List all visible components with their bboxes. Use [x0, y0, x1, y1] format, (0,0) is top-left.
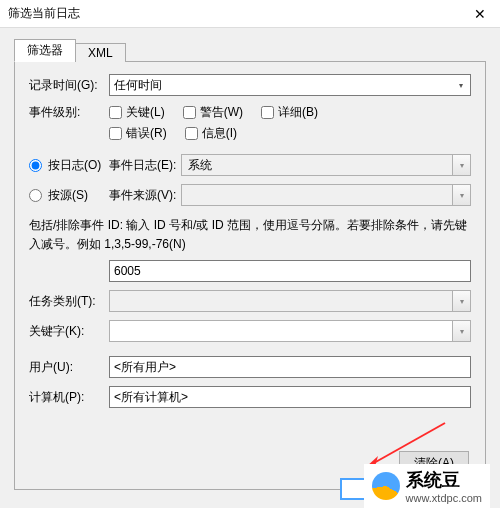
checkbox-error[interactable]: 错误(R): [109, 125, 167, 142]
client-area: 筛选器 XML 记录时间(G): ▾ 事件级别: 关键(L) 警告(W) 详细(…: [0, 28, 500, 508]
event-log-combo[interactable]: 系统 ▾: [181, 154, 471, 176]
tab-strip: 筛选器 XML: [14, 40, 486, 62]
checkbox-warning[interactable]: 警告(W): [183, 104, 243, 121]
tab-xml[interactable]: XML: [75, 43, 126, 62]
task-category-label: 任务类别(T):: [29, 293, 109, 310]
chevron-down-icon: ▾: [452, 321, 470, 341]
checkbox-verbose[interactable]: 详细(B): [261, 104, 318, 121]
tab-filter[interactable]: 筛选器: [14, 39, 76, 62]
event-log-label: 事件日志(E):: [109, 157, 181, 174]
watermark-logo-icon: [372, 472, 400, 500]
computer-label: 计算机(P):: [29, 389, 109, 406]
watermark-name: 系统豆: [406, 470, 460, 490]
event-log-value: 系统: [182, 155, 470, 176]
log-time-label: 记录时间(G):: [29, 77, 109, 94]
computer-input[interactable]: [109, 386, 471, 408]
task-category-combo: ▾: [109, 290, 471, 312]
keywords-label: 关键字(K):: [29, 323, 109, 340]
event-id-instruction: 包括/排除事件 ID: 输入 ID 号和/或 ID 范围，使用逗号分隔。若要排除…: [29, 216, 471, 254]
log-time-combo[interactable]: ▾: [109, 74, 471, 96]
user-label: 用户(U):: [29, 359, 109, 376]
by-source-radio[interactable]: 按源(S): [29, 187, 109, 204]
close-button[interactable]: ✕: [460, 0, 500, 28]
user-input[interactable]: [109, 356, 471, 378]
window-title: 筛选当前日志: [8, 5, 80, 22]
log-time-value[interactable]: [109, 74, 471, 96]
by-log-radio[interactable]: 按日志(O): [29, 157, 109, 174]
chevron-down-icon: ▾: [452, 185, 470, 205]
event-id-input[interactable]: [109, 260, 471, 282]
chevron-down-icon: ▾: [452, 155, 470, 175]
checkbox-critical[interactable]: 关键(L): [109, 104, 165, 121]
event-source-value: [182, 185, 470, 189]
watermark-url: www.xtdpc.com: [406, 492, 482, 504]
title-bar: 筛选当前日志 ✕: [0, 0, 500, 28]
event-source-label: 事件来源(V):: [109, 187, 181, 204]
watermark: 系统豆 www.xtdpc.com: [364, 464, 490, 508]
checkbox-information[interactable]: 信息(I): [185, 125, 237, 142]
close-icon: ✕: [474, 6, 486, 22]
keywords-combo[interactable]: ▾: [109, 320, 471, 342]
event-level-label: 事件级别:: [29, 104, 109, 121]
filter-pane: 记录时间(G): ▾ 事件级别: 关键(L) 警告(W) 详细(B) 错误(R)…: [14, 62, 486, 490]
event-source-combo[interactable]: ▾: [181, 184, 471, 206]
chevron-down-icon: ▾: [452, 291, 470, 311]
